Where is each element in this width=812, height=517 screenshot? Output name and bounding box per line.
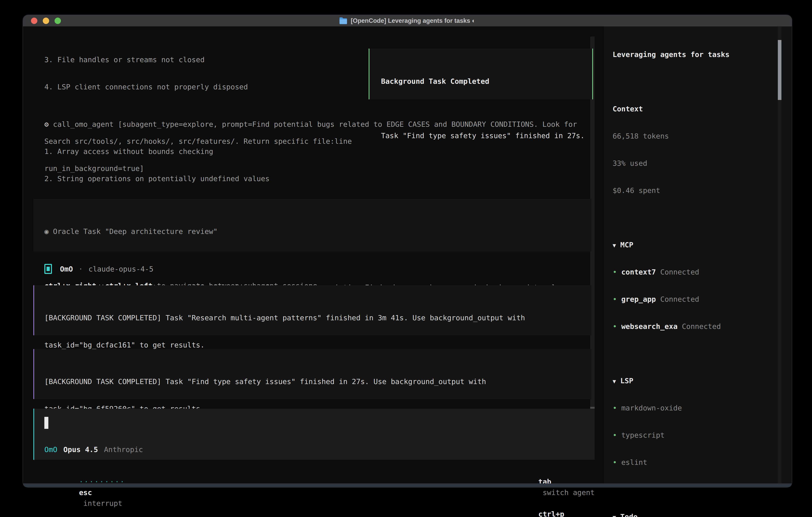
tool-call-item: 2. String operations on potentially unde… [45, 173, 577, 184]
gear-icon: ⚙ [45, 120, 49, 128]
terminal-line: 4. LSP client connections not properly d… [45, 82, 352, 92]
oracle-task-box: ◉ Oracle Task "Deep architecture review"… [33, 199, 591, 251]
separator-dot: · [79, 265, 83, 273]
mcp-item: • context7 Connected [613, 267, 778, 277]
task-line: [BACKGROUND TASK COMPLETED] Task "Resear… [45, 312, 591, 323]
task-box: [BACKGROUND TASK COMPLETED] Task "Find t… [33, 349, 591, 399]
prompt-input[interactable]: OmO Opus 4.5 Anthropic [33, 409, 594, 460]
screen: [OpenCode] Leveraging agents for tasks ◐… [0, 0, 812, 517]
status-dot-icon: • [613, 431, 617, 439]
traffic-lights [31, 15, 61, 26]
sidebar: Leveraging agents for tasks Context 66,5… [604, 26, 792, 483]
lsp-section-header[interactable]: ▼ LSP [613, 376, 778, 386]
status-dot-icon: • [613, 268, 617, 276]
status-left: ········· esc interrupt [45, 466, 133, 477]
notification-body: Task "Find type safety issues" finished … [381, 130, 592, 141]
context-heading: Context [613, 104, 778, 114]
chevron-down-icon: ▼ [613, 378, 616, 385]
background-task-notification: Background Task Completed Task "Find typ… [369, 49, 593, 99]
chevron-down-icon: ▼ [613, 514, 616, 517]
text-cursor [45, 417, 48, 429]
record-icon: ◉ [45, 227, 49, 236]
agent-model: claude-opus-4-5 [88, 265, 153, 273]
sidebar-scrollbar-thumb[interactable] [778, 40, 781, 100]
task-line: [BACKGROUND TASK COMPLETED] Task "Find t… [45, 376, 591, 387]
status-dot-icon: • [613, 295, 617, 303]
agent-name: OmO [60, 265, 73, 273]
window-title-group: [OpenCode] Leveraging agents for tasks ◐ [339, 17, 475, 24]
status-dot-icon: • [613, 458, 617, 466]
notification-title: Background Task Completed [381, 76, 592, 87]
mcp-item: • grep_app Connected [613, 294, 778, 305]
task-line: task_id="bg_dcfac161" to get results. [45, 340, 591, 351]
mcp-section-header[interactable]: ▼ MCP [613, 240, 778, 250]
opencode-window: [OpenCode] Leveraging agents for tasks ◐… [23, 15, 792, 487]
esc-key-hint: esc [79, 488, 92, 497]
sidebar-scrollbar[interactable] [778, 26, 781, 483]
esc-key-label [79, 499, 83, 508]
zoom-button[interactable] [55, 18, 61, 24]
tab-key-label: switch agent [543, 488, 594, 497]
agent-header: OmO · claude-opus-4-5 [45, 264, 153, 274]
close-button[interactable] [31, 18, 37, 24]
mcp-item: • websearch_exa Connected [613, 321, 778, 332]
terminal-line: 3. File handles or streams not closed [45, 54, 352, 65]
input-agent-name: OmO [45, 444, 57, 455]
ctrlp-key-hint: ctrl+p [538, 510, 564, 517]
task-box: [BACKGROUND TASK COMPLETED] Task "Resear… [33, 285, 591, 335]
todo-section-header[interactable]: ▼ Todo [613, 511, 778, 517]
chevron-down-icon: ▼ [613, 242, 616, 249]
lsp-item: • eslint [613, 457, 778, 468]
window-bottom-frame [23, 483, 792, 487]
status-right: tab switch agent ctrl+p commands [504, 466, 594, 477]
oracle-task-title: Oracle Task "Deep architecture review" [49, 227, 218, 236]
folder-icon [339, 18, 347, 24]
input-model-name: Opus 4.5 [63, 444, 98, 455]
window-title: [OpenCode] Leveraging agents for tasks ◐ [351, 17, 475, 24]
context-tokens: 66,518 tokens [613, 131, 778, 141]
model-indicator: OmO Opus 4.5 Anthropic [45, 444, 143, 455]
input-provider-name: Anthropic [104, 444, 143, 455]
titlebar[interactable]: [OpenCode] Leveraging agents for tasks ◐ [23, 15, 792, 26]
status-dot-icon: • [613, 404, 617, 412]
agent-checkbox-icon [45, 264, 52, 274]
lsp-item: • typescript [613, 430, 778, 441]
minimize-button[interactable] [43, 18, 49, 24]
status-dot-icon: • [613, 322, 617, 330]
status-bar: ········· esc interrupt tab switch agent… [45, 466, 594, 477]
context-spent: $0.46 spent [613, 185, 778, 196]
sidebar-session-title: Leveraging agents for tasks [613, 49, 778, 60]
context-used: 33% used [613, 158, 778, 169]
lsp-item: • markdown-oxide [613, 403, 778, 413]
